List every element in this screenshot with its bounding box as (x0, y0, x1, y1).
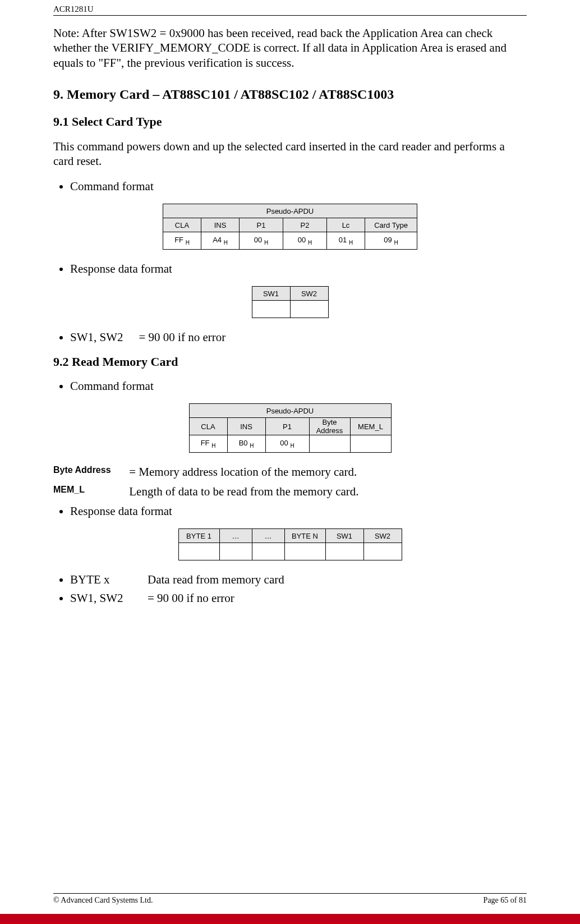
page: ACR1281U Note: After SW1SW2 = 0x9000 has… (0, 0, 580, 924)
th-ct: Card Type (365, 218, 417, 232)
table-92-resp: BYTE 1 … … BYTE N SW1 SW2 (178, 528, 402, 560)
td92-ba-empty (309, 435, 350, 453)
bullet-list-92b: Response data format (70, 504, 527, 518)
header-rule (53, 15, 527, 16)
th92r-bn: BYTE N (284, 529, 325, 543)
td92-mem-empty (350, 435, 391, 453)
td-ct-sub: H (394, 240, 398, 246)
bullet-list-91c: SW1, SW2 = 90 00 if no error (70, 330, 527, 344)
th92r-sw2: SW2 (363, 529, 402, 543)
td92-cla-val: FF (201, 439, 212, 447)
td-ct-val: 09 (384, 236, 394, 244)
td-sw2-empty (290, 301, 328, 318)
def-byte-address: Byte Address = Memory address location o… (53, 465, 527, 479)
td-ins-val: A4 (213, 236, 224, 244)
th-cla: CLA (163, 218, 201, 232)
td92-cla: FF H (189, 435, 227, 453)
td-cla-sub: H (186, 240, 190, 246)
td92r-e4 (284, 543, 325, 560)
section-9-title: 9. Memory Card – AT88SC101 / AT88SC102 /… (53, 87, 527, 102)
table-92-cmd-caption: Pseudo-APDU (189, 404, 391, 418)
section-9-1-intro: This command powers down and up the sele… (53, 139, 527, 169)
footer-rule (53, 893, 527, 894)
def-mem-label: MEM_L (53, 485, 126, 495)
th-ins: INS (201, 218, 240, 232)
bullet-list-91a: Command format (70, 180, 527, 194)
td-p1-sub: H (264, 240, 268, 246)
th-sw2: SW2 (290, 287, 328, 301)
td92r-e6 (363, 543, 402, 560)
bullet-92-cmd: Command format (70, 379, 527, 393)
th92r-d2: … (252, 529, 284, 543)
td92r-e3 (252, 543, 284, 560)
bullet-list-91b: Response data format (70, 262, 527, 276)
footer-right: Page 65 of 81 (484, 896, 527, 905)
footer: © Advanced Card Systems Ltd. Page 65 of … (53, 893, 527, 905)
th92r-b1: BYTE 1 (178, 529, 219, 543)
td-ct: 09 H (365, 232, 417, 250)
td92r-e2 (219, 543, 252, 560)
header-product: ACR1281U (53, 0, 527, 15)
def-ba-eq: = (129, 465, 139, 479)
table-91-cmd: Pseudo-APDU CLA INS P1 P2 Lc Card Type F… (163, 204, 417, 250)
sw-desc: = 90 00 if no error (139, 330, 226, 344)
td-p1: 00 H (240, 232, 283, 250)
def-mem-l: MEM_L Length of data to be read from the… (53, 485, 527, 499)
td92-ins: B0 H (227, 435, 265, 453)
bullet-resp-format: Response data format (70, 262, 527, 276)
td-ins-sub: H (224, 240, 228, 246)
table-92-cmd-wrap: Pseudo-APDU CLA INS P1 Byte Address MEM_… (53, 403, 527, 453)
table-91-resp-wrap: SW1 SW2 (53, 286, 527, 318)
def-mem-desc: Length of data to be read from the memor… (129, 485, 358, 498)
note-paragraph: Note: After SW1SW2 = 0x9000 has been rec… (53, 26, 527, 70)
td-lc-sub: H (349, 240, 353, 246)
bullet-cmd-format: Command format (70, 180, 527, 194)
th-sw1: SW1 (252, 287, 290, 301)
th-p1: P1 (240, 218, 283, 232)
section-9-1-title: 9.1 Select Card Type (53, 114, 527, 129)
sw92-desc: = 90 00 if no error (148, 591, 234, 605)
table-92-resp-wrap: BYTE 1 … … BYTE N SW1 SW2 (53, 528, 527, 560)
td-ins: A4 H (201, 232, 240, 250)
th92-ba: Byte Address (309, 418, 350, 435)
table-91-resp: SW1 SW2 (252, 286, 329, 318)
bottom-red-bar (0, 914, 580, 924)
table-92-cmd: Pseudo-APDU CLA INS P1 Byte Address MEM_… (189, 403, 392, 453)
td-p2-sub: H (308, 240, 312, 246)
td-lc: 01 H (327, 232, 365, 250)
th92-ins: INS (227, 418, 265, 435)
td92-ins-sub: H (250, 443, 254, 449)
td92-cla-sub: H (211, 443, 215, 449)
bullet-list-92a: Command format (70, 379, 527, 393)
def-ba-desc: Memory address location of the memory ca… (139, 465, 357, 479)
byte-desc: Data read from memory card (148, 573, 284, 587)
td-cla-val: FF (174, 236, 186, 244)
bullet-92-resp: Response data format (70, 504, 527, 518)
table-91-cmd-caption: Pseudo-APDU (163, 204, 417, 218)
td92-p1-val: 00 (280, 439, 290, 447)
th-lc: Lc (327, 218, 365, 232)
td92r-e1 (178, 543, 219, 560)
td92-ins-val: B0 (239, 439, 250, 447)
sw92-label: SW1, SW2 (70, 591, 132, 605)
td-p1-val: 00 (254, 236, 264, 244)
bullet-92-byte: BYTE x Data read from memory card (70, 573, 527, 587)
th92-cla: CLA (189, 418, 227, 435)
bullet-92-sw: SW1, SW2 = 90 00 if no error (70, 591, 527, 605)
bullet-list-92c: BYTE x Data read from memory card SW1, S… (70, 573, 527, 605)
td-p2: 00 H (283, 232, 327, 250)
th92r-d1: … (219, 529, 252, 543)
td92r-e5 (325, 543, 363, 560)
td92-p1-sub: H (290, 443, 294, 449)
th92-p1: P1 (265, 418, 309, 435)
def-ba-label: Byte Address (53, 465, 126, 475)
sw-label: SW1, SW2 (70, 330, 123, 344)
th-p2: P2 (283, 218, 327, 232)
bullet-sw: SW1, SW2 = 90 00 if no error (70, 330, 527, 344)
footer-left: © Advanced Card Systems Ltd. (53, 896, 153, 905)
td-cla: FF H (163, 232, 201, 250)
byte-label: BYTE x (70, 573, 132, 587)
td-lc-val: 01 (339, 236, 349, 244)
td-sw1-empty (252, 301, 290, 318)
section-9-2-title: 9.2 Read Memory Card (53, 355, 527, 369)
